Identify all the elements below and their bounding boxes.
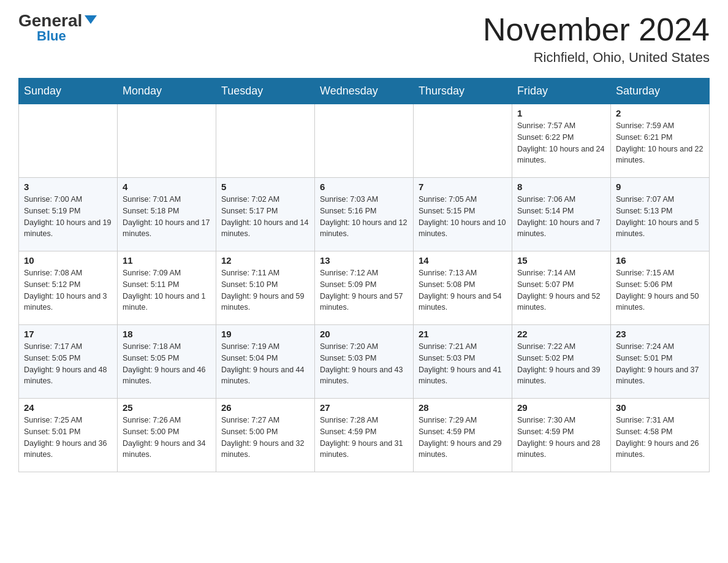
page-subtitle: Richfield, Ohio, United States: [483, 50, 710, 66]
calendar-cell: 3Sunrise: 7:00 AM Sunset: 5:19 PM Daylig…: [19, 178, 118, 251]
calendar-cell: 11Sunrise: 7:09 AM Sunset: 5:11 PM Dayli…: [118, 251, 216, 325]
calendar-cell: 13Sunrise: 7:12 AM Sunset: 5:09 PM Dayli…: [315, 251, 414, 325]
day-info: Sunrise: 7:31 AM Sunset: 4:58 PM Dayligh…: [616, 415, 704, 461]
day-info: Sunrise: 7:25 AM Sunset: 5:01 PM Dayligh…: [24, 415, 112, 461]
day-info: Sunrise: 7:29 AM Sunset: 4:59 PM Dayligh…: [419, 415, 507, 461]
calendar-cell: 28Sunrise: 7:29 AM Sunset: 4:59 PM Dayli…: [414, 399, 512, 472]
logo: General Blue: [18, 12, 97, 43]
day-number: 28: [419, 402, 507, 413]
calendar-day-header: Saturday: [611, 79, 710, 104]
calendar-cell: 17Sunrise: 7:17 AM Sunset: 5:05 PM Dayli…: [19, 325, 118, 399]
day-number: 2: [616, 108, 704, 118]
day-number: 23: [616, 329, 704, 339]
day-number: 6: [320, 182, 408, 192]
calendar-table: SundayMondayTuesdayWednesdayThursdayFrid…: [18, 78, 710, 472]
day-info: Sunrise: 7:13 AM Sunset: 5:08 PM Dayligh…: [419, 267, 507, 313]
calendar-cell: 5Sunrise: 7:02 AM Sunset: 5:17 PM Daylig…: [216, 178, 315, 251]
day-info: Sunrise: 7:24 AM Sunset: 5:01 PM Dayligh…: [616, 341, 704, 387]
calendar-cell: 12Sunrise: 7:11 AM Sunset: 5:10 PM Dayli…: [216, 251, 315, 325]
day-number: 11: [123, 255, 211, 266]
calendar-cell: 19Sunrise: 7:19 AM Sunset: 5:04 PM Dayli…: [216, 325, 315, 399]
day-number: 16: [616, 255, 704, 266]
day-number: 1: [517, 108, 605, 118]
calendar-week-row: 17Sunrise: 7:17 AM Sunset: 5:05 PM Dayli…: [19, 325, 710, 399]
calendar-cell: 27Sunrise: 7:28 AM Sunset: 4:59 PM Dayli…: [315, 399, 414, 472]
calendar-cell: 22Sunrise: 7:22 AM Sunset: 5:02 PM Dayli…: [512, 325, 611, 399]
day-number: 17: [24, 329, 112, 339]
calendar-day-header: Tuesday: [216, 79, 315, 104]
calendar-cell: 1Sunrise: 7:57 AM Sunset: 6:22 PM Daylig…: [512, 104, 611, 178]
calendar-cell: 8Sunrise: 7:06 AM Sunset: 5:14 PM Daylig…: [512, 178, 611, 251]
day-number: 27: [320, 402, 408, 413]
day-number: 8: [517, 182, 605, 192]
calendar-cell: 30Sunrise: 7:31 AM Sunset: 4:58 PM Dayli…: [611, 399, 710, 472]
day-info: Sunrise: 7:22 AM Sunset: 5:02 PM Dayligh…: [517, 341, 605, 387]
day-info: Sunrise: 7:02 AM Sunset: 5:17 PM Dayligh…: [221, 194, 309, 240]
day-info: Sunrise: 7:28 AM Sunset: 4:59 PM Dayligh…: [320, 415, 408, 461]
day-info: Sunrise: 7:01 AM Sunset: 5:18 PM Dayligh…: [123, 194, 211, 240]
day-number: 20: [320, 329, 408, 339]
calendar-cell: 26Sunrise: 7:27 AM Sunset: 5:00 PM Dayli…: [216, 399, 315, 472]
day-number: 7: [419, 182, 507, 192]
day-info: Sunrise: 7:11 AM Sunset: 5:10 PM Dayligh…: [221, 267, 309, 313]
calendar-cell: 20Sunrise: 7:20 AM Sunset: 5:03 PM Dayli…: [315, 325, 414, 399]
day-info: Sunrise: 7:06 AM Sunset: 5:14 PM Dayligh…: [517, 194, 605, 240]
calendar-cell: 25Sunrise: 7:26 AM Sunset: 5:00 PM Dayli…: [118, 399, 216, 472]
day-number: 30: [616, 402, 704, 413]
calendar-cell: [216, 104, 315, 178]
page-title: November 2024: [483, 12, 710, 47]
day-info: Sunrise: 7:17 AM Sunset: 5:05 PM Dayligh…: [24, 341, 112, 387]
day-info: Sunrise: 7:03 AM Sunset: 5:16 PM Dayligh…: [320, 194, 408, 240]
day-info: Sunrise: 7:18 AM Sunset: 5:05 PM Dayligh…: [123, 341, 211, 387]
calendar-cell: 2Sunrise: 7:59 AM Sunset: 6:21 PM Daylig…: [611, 104, 710, 178]
day-number: 3: [24, 182, 112, 192]
calendar-cell: 16Sunrise: 7:15 AM Sunset: 5:06 PM Dayli…: [611, 251, 710, 325]
logo-triangle-icon: [85, 15, 97, 24]
calendar-header-row: SundayMondayTuesdayWednesdayThursdayFrid…: [19, 79, 710, 104]
day-number: 19: [221, 329, 309, 339]
calendar-day-header: Friday: [512, 79, 611, 104]
calendar-cell: 29Sunrise: 7:30 AM Sunset: 4:59 PM Dayli…: [512, 399, 611, 472]
calendar-week-row: 3Sunrise: 7:00 AM Sunset: 5:19 PM Daylig…: [19, 178, 710, 251]
calendar-cell: [315, 104, 414, 178]
day-number: 24: [24, 402, 112, 413]
day-info: Sunrise: 7:21 AM Sunset: 5:03 PM Dayligh…: [419, 341, 507, 387]
page-header: General Blue November 2024 Richfield, Oh…: [18, 12, 710, 66]
calendar-day-header: Wednesday: [315, 79, 414, 104]
day-info: Sunrise: 7:27 AM Sunset: 5:00 PM Dayligh…: [221, 415, 309, 461]
calendar-cell: 23Sunrise: 7:24 AM Sunset: 5:01 PM Dayli…: [611, 325, 710, 399]
day-number: 12: [221, 255, 309, 266]
day-info: Sunrise: 7:19 AM Sunset: 5:04 PM Dayligh…: [221, 341, 309, 387]
day-info: Sunrise: 7:14 AM Sunset: 5:07 PM Dayligh…: [517, 267, 605, 313]
calendar-day-header: Sunday: [19, 79, 118, 104]
calendar-cell: [19, 104, 118, 178]
calendar-week-row: 24Sunrise: 7:25 AM Sunset: 5:01 PM Dayli…: [19, 399, 710, 472]
calendar-cell: 18Sunrise: 7:18 AM Sunset: 5:05 PM Dayli…: [118, 325, 216, 399]
calendar-day-header: Monday: [118, 79, 216, 104]
day-info: Sunrise: 7:09 AM Sunset: 5:11 PM Dayligh…: [123, 267, 211, 313]
day-number: 21: [419, 329, 507, 339]
day-info: Sunrise: 7:07 AM Sunset: 5:13 PM Dayligh…: [616, 194, 704, 240]
calendar-week-row: 10Sunrise: 7:08 AM Sunset: 5:12 PM Dayli…: [19, 251, 710, 325]
day-info: Sunrise: 7:00 AM Sunset: 5:19 PM Dayligh…: [24, 194, 112, 240]
day-info: Sunrise: 7:57 AM Sunset: 6:22 PM Dayligh…: [517, 120, 605, 166]
title-block: November 2024 Richfield, Ohio, United St…: [483, 12, 710, 66]
day-number: 4: [123, 182, 211, 192]
logo-general-text: General: [18, 12, 82, 29]
day-number: 26: [221, 402, 309, 413]
calendar-cell: 6Sunrise: 7:03 AM Sunset: 5:16 PM Daylig…: [315, 178, 414, 251]
day-info: Sunrise: 7:26 AM Sunset: 5:00 PM Dayligh…: [123, 415, 211, 461]
calendar-cell: 10Sunrise: 7:08 AM Sunset: 5:12 PM Dayli…: [19, 251, 118, 325]
day-number: 29: [517, 402, 605, 413]
day-number: 13: [320, 255, 408, 266]
calendar-cell: 9Sunrise: 7:07 AM Sunset: 5:13 PM Daylig…: [611, 178, 710, 251]
day-number: 5: [221, 182, 309, 192]
day-info: Sunrise: 7:05 AM Sunset: 5:15 PM Dayligh…: [419, 194, 507, 240]
day-info: Sunrise: 7:12 AM Sunset: 5:09 PM Dayligh…: [320, 267, 408, 313]
day-info: Sunrise: 7:20 AM Sunset: 5:03 PM Dayligh…: [320, 341, 408, 387]
calendar-cell: 21Sunrise: 7:21 AM Sunset: 5:03 PM Dayli…: [414, 325, 512, 399]
calendar-week-row: 1Sunrise: 7:57 AM Sunset: 6:22 PM Daylig…: [19, 104, 710, 178]
calendar-cell: 4Sunrise: 7:01 AM Sunset: 5:18 PM Daylig…: [118, 178, 216, 251]
day-number: 15: [517, 255, 605, 266]
day-number: 14: [419, 255, 507, 266]
